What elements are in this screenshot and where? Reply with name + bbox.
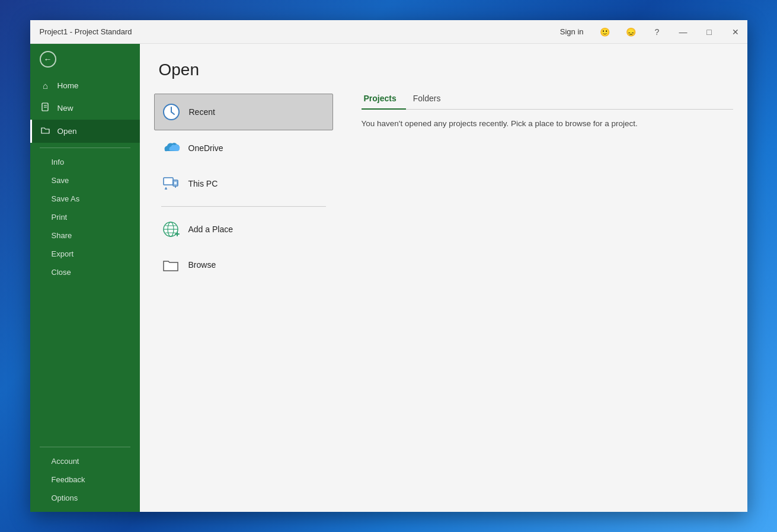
sidebar-open-label: Open bbox=[57, 127, 77, 136]
sidebar-divider-1 bbox=[40, 148, 130, 148]
app-window: Project1 - Project Standard Sign in 🙂 😞 … bbox=[30, 20, 747, 512]
page-title: Open bbox=[140, 44, 747, 89]
sidebar-item-info[interactable]: Info bbox=[30, 153, 140, 171]
sidebar: ← ⌂ Home New bbox=[30, 44, 140, 512]
onedrive-icon bbox=[161, 139, 180, 158]
locations-panel: Recent OneDrive bbox=[140, 89, 347, 512]
sidebar-item-account[interactable]: Account bbox=[30, 452, 140, 470]
location-divider bbox=[161, 206, 326, 207]
files-panel: Projects Folders You haven't opened any … bbox=[347, 89, 747, 512]
location-browse[interactable]: Browse bbox=[154, 247, 333, 283]
titlebar-left: Project1 - Project Standard bbox=[30, 27, 553, 36]
titlebar: Project1 - Project Standard Sign in 🙂 😞 … bbox=[30, 20, 747, 44]
tab-projects[interactable]: Projects bbox=[362, 89, 406, 109]
sidebar-item-share[interactable]: Share bbox=[30, 226, 140, 245]
sidebar-item-save[interactable]: Save bbox=[30, 171, 140, 190]
add-place-label: Add a Place bbox=[188, 225, 234, 234]
sidebar-item-new[interactable]: New bbox=[30, 97, 140, 120]
main-content: Open Recent bbox=[140, 44, 747, 512]
tabs-row: Projects Folders bbox=[362, 89, 733, 110]
onedrive-label: OneDrive bbox=[188, 143, 223, 153]
location-add-place[interactable]: Add a Place bbox=[154, 211, 333, 247]
browse-icon bbox=[161, 255, 180, 274]
home-icon: ⌂ bbox=[40, 81, 52, 91]
sidebar-item-feedback[interactable]: Feedback bbox=[30, 470, 140, 489]
sidebar-item-save-as[interactable]: Save As bbox=[30, 190, 140, 208]
sidebar-bottom: Account Feedback Options bbox=[30, 442, 140, 512]
sad-icon[interactable]: 😞 bbox=[619, 20, 643, 43]
sidebar-home-label: Home bbox=[57, 81, 79, 90]
tab-folders[interactable]: Folders bbox=[411, 89, 450, 109]
open-icon bbox=[40, 126, 52, 137]
app-body: ← ⌂ Home New bbox=[30, 44, 747, 512]
back-icon: ← bbox=[40, 51, 56, 68]
help-icon[interactable]: ? bbox=[645, 20, 669, 43]
open-body: Recent OneDrive bbox=[140, 89, 747, 512]
sidebar-item-options[interactable]: Options bbox=[30, 489, 140, 507]
maximize-button[interactable]: □ bbox=[698, 20, 721, 43]
this-pc-label: This PC bbox=[188, 179, 218, 188]
svg-rect-11 bbox=[174, 181, 177, 185]
minimize-button[interactable]: — bbox=[672, 20, 695, 43]
titlebar-title: Project1 - Project Standard bbox=[40, 27, 132, 36]
sidebar-nav: ⌂ Home New bbox=[30, 75, 140, 442]
titlebar-right: Sign in 🙂 😞 ? — □ ✕ bbox=[553, 20, 747, 43]
sidebar-item-print[interactable]: Print bbox=[30, 208, 140, 226]
sidebar-item-open[interactable]: Open bbox=[30, 120, 140, 143]
sidebar-item-export[interactable]: Export bbox=[30, 245, 140, 263]
location-this-pc[interactable]: This PC bbox=[154, 166, 333, 201]
sidebar-new-label: New bbox=[57, 104, 73, 113]
sidebar-divider-2 bbox=[40, 447, 130, 447]
this-pc-icon bbox=[161, 174, 180, 193]
back-button[interactable]: ← bbox=[30, 44, 140, 75]
browse-label: Browse bbox=[188, 260, 216, 270]
sidebar-item-close[interactable]: Close bbox=[30, 263, 140, 281]
location-recent[interactable]: Recent bbox=[154, 94, 333, 130]
location-onedrive[interactable]: OneDrive bbox=[154, 130, 333, 166]
empty-message: You haven't opened any projects recently… bbox=[362, 119, 733, 128]
close-button[interactable]: ✕ bbox=[724, 20, 747, 43]
recent-icon bbox=[162, 102, 181, 121]
add-place-icon bbox=[161, 220, 180, 239]
new-icon bbox=[40, 102, 52, 114]
smiley-icon[interactable]: 🙂 bbox=[593, 20, 617, 43]
svg-rect-6 bbox=[164, 178, 173, 185]
signin-button[interactable]: Sign in bbox=[553, 20, 591, 43]
sidebar-item-home[interactable]: ⌂ Home bbox=[30, 75, 140, 97]
recent-label: Recent bbox=[189, 107, 215, 117]
